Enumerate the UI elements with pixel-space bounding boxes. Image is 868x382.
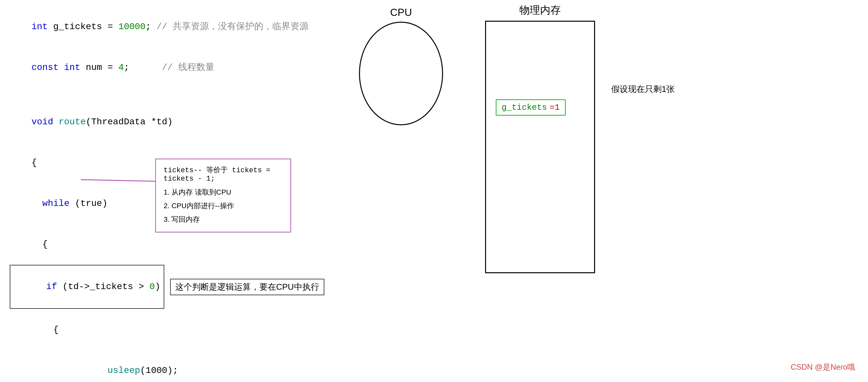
code-line-10: usleep(1000); — [10, 350, 275, 382]
indent-10 — [31, 365, 75, 376]
memory-title: 物理内存 — [485, 3, 595, 18]
keyword-if: if — [46, 282, 57, 292]
keyword-while: while — [31, 199, 69, 208]
func-route: route — [53, 117, 86, 127]
g-tickets-name: g_tickets — [502, 102, 547, 112]
val-10000: 10000 — [113, 22, 146, 32]
purple-box-item1: 1. 从内存 读取到CPU — [164, 185, 283, 199]
code-line-1: int g_tickets = 10000; // 共享资源，没有保护的，临界资… — [10, 6, 275, 47]
cpu-section: CPU — [340, 6, 462, 125]
comment-2: // 线程数量 — [129, 62, 214, 72]
func-args: (ThreadData *td) — [86, 117, 173, 127]
keyword-int-2: int — [59, 62, 80, 72]
cpu-oval — [359, 22, 443, 125]
keyword-void: void — [31, 117, 53, 127]
code-line-4: void route(ThreadData *td) — [10, 101, 275, 142]
memory-box: g_tickets =1 — [485, 21, 595, 273]
cpu-label: CPU — [340, 6, 462, 19]
purple-box-item2: 2. CPU内部进行--操作 — [164, 199, 283, 213]
g-tickets-box: g_tickets =1 — [496, 99, 566, 116]
keyword-const: const — [31, 62, 59, 72]
comment-1: // 共享资源，没有保护的，临界资源 — [151, 22, 309, 32]
if-condition: (td->_tickets > — [57, 282, 149, 292]
var-num: num — [80, 62, 102, 72]
memory-section: 物理内存 g_tickets =1 假设现在只剩1张 — [485, 3, 595, 273]
g-tickets-annotation: 假设现在只剩1张 — [611, 84, 675, 95]
g-tickets-val: =1 — [550, 102, 559, 112]
func-usleep: usleep — [75, 365, 141, 376]
var-g-tickets: g_tickets — [48, 22, 102, 32]
keyword-int: int — [31, 22, 48, 32]
code-line-blank — [10, 88, 275, 101]
purple-annotation-box: tickets-- 等价于 tickets = tickets - 1; 1. … — [155, 158, 291, 232]
code-line-2: const int num = 4; // 线程数量 — [10, 47, 275, 88]
while-cond: (true) — [69, 199, 108, 208]
if-annotation: 这个判断是逻辑运算，要在CPU中执行 — [170, 279, 324, 295]
purple-box-item3: 3. 写回内存 — [164, 213, 283, 226]
code-line-9: { — [10, 310, 275, 350]
purple-box-title: tickets-- 等价于 tickets = tickets - 1; — [164, 165, 283, 183]
val-4: 4 — [113, 62, 124, 72]
code-line-8: if (td->_tickets > 0) 这个判断是逻辑运算，要在CPU中执行 — [10, 265, 275, 309]
watermark: CSDN @是Nero哦 — [791, 362, 855, 372]
